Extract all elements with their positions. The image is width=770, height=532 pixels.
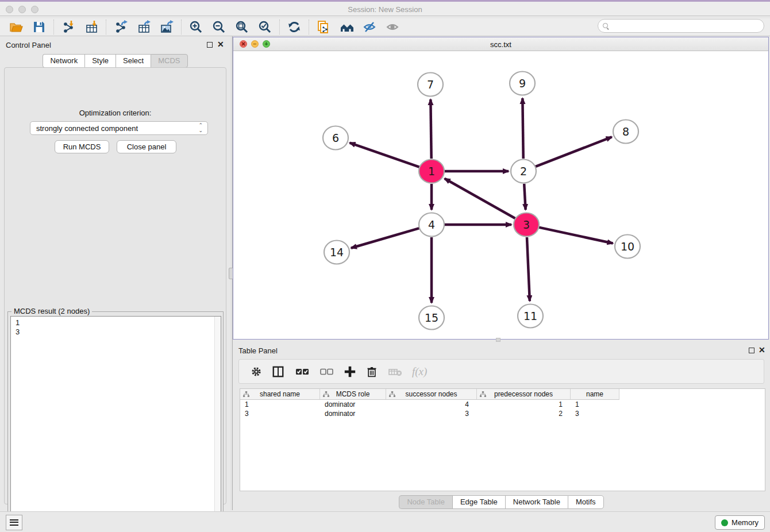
- graph-node-4[interactable]: 4: [419, 213, 444, 237]
- graph-node-3[interactable]: 3: [514, 213, 539, 237]
- application-window: Session: New Session Control Panel ✕ Net…: [0, 0, 770, 532]
- graph-node-14[interactable]: 14: [324, 241, 349, 264]
- table-body: 1dominator4113dominator323: [240, 400, 765, 418]
- tab-network[interactable]: Network: [43, 54, 84, 68]
- graph-node-9[interactable]: 9: [510, 72, 535, 95]
- run-mcds-button[interactable]: Run MCDS: [55, 140, 109, 153]
- graph-edge-2-9[interactable]: [522, 98, 523, 159]
- mcds-result-list[interactable]: 13: [10, 316, 221, 527]
- table-cell[interactable]: 1: [477, 400, 571, 409]
- clone-network-icon[interactable]: [312, 19, 335, 35]
- zoom-fit-icon[interactable]: [230, 19, 253, 35]
- control-panel-tabs: NetworkStyleSelectMCDS: [0, 54, 230, 68]
- graph-edge-1-6[interactable]: [350, 143, 420, 167]
- table-row[interactable]: 1dominator411: [240, 400, 765, 409]
- graph-edge-3-11[interactable]: [527, 237, 530, 301]
- gear-icon[interactable]: [251, 365, 262, 379]
- toolbar-separator: [53, 20, 54, 34]
- open-session-icon[interactable]: [5, 19, 28, 35]
- graph-node-label: 9: [519, 77, 526, 90]
- columns-icon[interactable]: [272, 365, 284, 379]
- graph-edge-3-10[interactable]: [539, 228, 613, 244]
- first-neighbors-icon[interactable]: [335, 19, 358, 35]
- import-table-icon[interactable]: [80, 19, 103, 35]
- refresh-icon[interactable]: [283, 19, 306, 35]
- save-session-icon[interactable]: [28, 19, 51, 35]
- network-canvas[interactable]: 7968124314101511: [233, 52, 768, 339]
- tab-mcds[interactable]: MCDS: [151, 54, 187, 68]
- table-cell[interactable]: dominator: [320, 400, 386, 409]
- tab-edge-table[interactable]: Edge Table: [452, 495, 505, 509]
- mcds-result-title: MCDS result (2 nodes): [11, 307, 92, 315]
- table-cell[interactable]: 4: [386, 400, 477, 409]
- table-cell[interactable]: dominator: [320, 409, 386, 418]
- tab-style[interactable]: Style: [84, 54, 116, 68]
- table-cell[interactable]: 1: [571, 400, 619, 409]
- add-icon[interactable]: [344, 365, 356, 379]
- memory-button[interactable]: Memory: [715, 515, 765, 530]
- column-header-MCDS-role[interactable]: MCDS role: [320, 389, 386, 400]
- show-all-icon[interactable]: [381, 19, 404, 35]
- control-panel: Control Panel ✕ NetworkStyleSelectMCDS O…: [0, 36, 230, 510]
- delete-icon[interactable]: [366, 365, 378, 379]
- task-history-button[interactable]: [6, 515, 22, 530]
- export-table-icon[interactable]: [132, 19, 155, 35]
- table-cell[interactable]: 3: [386, 409, 477, 418]
- column-header-name[interactable]: name: [571, 389, 619, 400]
- column-header-predecessor-nodes[interactable]: predecessor nodes: [477, 389, 571, 400]
- close-panel-icon[interactable]: ✕: [217, 40, 224, 48]
- function-icon: f(x): [412, 365, 427, 378]
- table-row[interactable]: 3dominator323: [240, 409, 765, 418]
- table-tabs: Node TableEdge TableNetwork TableMotifs: [233, 495, 770, 509]
- column-label: shared name: [260, 390, 300, 398]
- result-scrollbar[interactable]: [214, 317, 221, 527]
- graph-node-11[interactable]: 11: [518, 304, 543, 328]
- close-table-panel-icon[interactable]: ✕: [759, 346, 765, 354]
- table-panel: Table Panel ✕ f(x) shared nameMCDS roles…: [233, 342, 770, 511]
- table-cell[interactable]: 3: [571, 409, 619, 418]
- graph-node-label: 2: [520, 165, 527, 178]
- column-header-shared-name[interactable]: shared name: [240, 389, 320, 400]
- column-label: MCDS role: [336, 390, 370, 398]
- column-header-successor-nodes[interactable]: successor nodes: [386, 389, 477, 400]
- import-network-icon[interactable]: [57, 19, 80, 35]
- search-field[interactable]: [598, 19, 764, 33]
- table-panel-title: Table Panel: [238, 346, 278, 355]
- graph-edge-3-1[interactable]: [445, 179, 515, 218]
- network-titlebar[interactable]: ✕ − + scc.txt: [233, 37, 768, 51]
- graph-node-1[interactable]: 1: [419, 160, 444, 183]
- table-cell[interactable]: 2: [477, 409, 571, 418]
- zoom-out-icon[interactable]: [207, 19, 230, 35]
- table-cell[interactable]: 1: [240, 400, 320, 409]
- graph-node-8[interactable]: 8: [613, 120, 638, 144]
- hide-selected-icon[interactable]: [358, 19, 381, 35]
- tab-select[interactable]: Select: [116, 54, 151, 68]
- graph-node-15[interactable]: 15: [419, 306, 444, 330]
- deselect-all-icon[interactable]: [319, 365, 334, 379]
- float-panel-icon[interactable]: [207, 42, 213, 48]
- zoom-in-icon[interactable]: [184, 19, 207, 35]
- horizontal-splitter-handle[interactable]: [496, 338, 500, 342]
- float-table-panel-icon[interactable]: [749, 348, 754, 353]
- tab-network-table[interactable]: Network Table: [505, 495, 568, 509]
- graph-node-7[interactable]: 7: [418, 73, 443, 97]
- optimization-dropdown[interactable]: strongly connected component ⌃⌄: [30, 121, 208, 135]
- graph-edge-1-7[interactable]: [430, 99, 431, 159]
- table-cell[interactable]: 3: [240, 409, 320, 418]
- graph-node-2[interactable]: 2: [511, 160, 536, 183]
- chevron-updown-icon: ⌃⌄: [198, 123, 203, 133]
- graph-node-6[interactable]: 6: [323, 126, 348, 150]
- graph-edge-2-8[interactable]: [536, 137, 612, 167]
- graph-edge-2-3[interactable]: [524, 184, 525, 210]
- close-panel-button[interactable]: Close panel: [117, 140, 176, 153]
- export-image-icon[interactable]: [155, 19, 178, 35]
- graph-node-10[interactable]: 10: [615, 235, 640, 259]
- toolbar-separator: [279, 20, 280, 34]
- graph-edge-4-14[interactable]: [351, 228, 419, 248]
- tab-node-table[interactable]: Node Table: [399, 495, 452, 509]
- export-network-icon[interactable]: [109, 19, 132, 35]
- select-all-icon[interactable]: [294, 365, 309, 379]
- tab-motifs[interactable]: Motifs: [568, 495, 604, 509]
- zoom-selected-icon[interactable]: [253, 19, 276, 35]
- mcds-panel: Optimization criterion: strongly connect…: [4, 67, 226, 504]
